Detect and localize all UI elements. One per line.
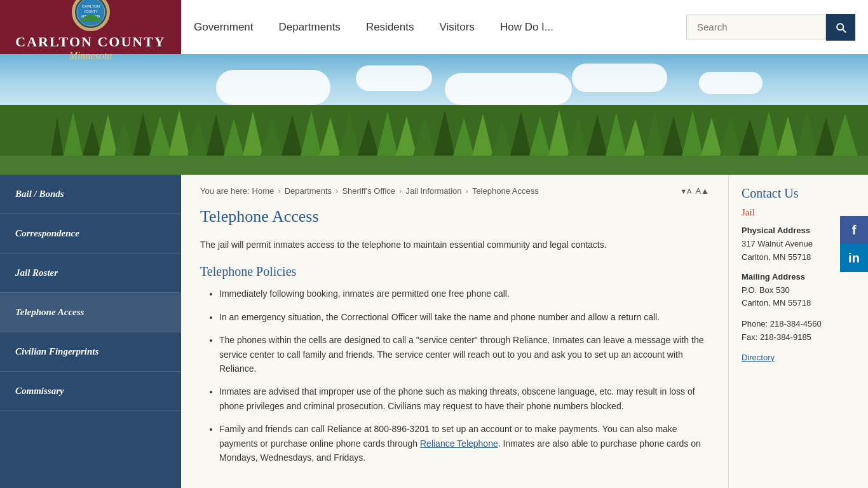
list-item: The phones within the cells are designed… bbox=[219, 333, 709, 376]
contact-fax: Fax: 218-384-9185 bbox=[742, 331, 855, 344]
header: CARLTON COUNTY MINNESOTA Carlton County … bbox=[0, 0, 868, 54]
hero-trees bbox=[0, 105, 868, 156]
sidebar: Bail / Bonds Correspondence Jail Roster … bbox=[0, 175, 181, 488]
facebook-button[interactable]: f bbox=[840, 216, 868, 244]
breadcrumb-home[interactable]: Home bbox=[252, 186, 275, 196]
list-item: Inmates are advised that improper use of… bbox=[219, 384, 709, 413]
intro-text: The jail will permit inmates access to t… bbox=[200, 238, 709, 252]
breadcrumb-sep-2: › bbox=[336, 186, 338, 196]
breadcrumb-font-decrease[interactable]: ▼A bbox=[680, 187, 691, 195]
directory-link[interactable]: Directory bbox=[742, 353, 775, 362]
breadcrumb-prefix: You are here: bbox=[200, 186, 250, 196]
logo-area: CARLTON COUNTY MINNESOTA Carlton County … bbox=[0, 0, 181, 54]
breadcrumb-sheriff[interactable]: Sheriff's Office bbox=[342, 186, 395, 196]
breadcrumb-sep-4: › bbox=[466, 186, 468, 196]
contact-phone: Phone: 218-384-4560 bbox=[742, 318, 855, 331]
main-nav: Government Departments Residents Visitor… bbox=[181, 0, 868, 54]
sidebar-item-jail-roster[interactable]: Jail Roster bbox=[0, 254, 181, 293]
contact-title: Contact Us bbox=[742, 186, 855, 201]
list-item: Family and friends can call Reliance at … bbox=[219, 422, 709, 464]
main-content: You are here: Home › Departments › Sheri… bbox=[181, 175, 728, 488]
breadcrumb-trail: You are here: Home › Departments › Sheri… bbox=[200, 186, 539, 196]
physical-address-line1: 317 Walnut Avenue bbox=[742, 238, 855, 251]
breadcrumb-controls: ▼A A▲ bbox=[680, 186, 709, 196]
social-icons: f in bbox=[840, 216, 868, 272]
hero-image bbox=[0, 54, 868, 175]
nav-departments[interactable]: Departments bbox=[279, 21, 341, 34]
mailing-address-line2: Carlton, MN 55718 bbox=[742, 297, 855, 310]
nav-how-do-i[interactable]: How Do I... bbox=[500, 21, 553, 34]
sidebar-item-commissary[interactable]: Commissary bbox=[0, 372, 181, 411]
breadcrumb-sep-3: › bbox=[399, 186, 402, 196]
section-title: Telephone Policies bbox=[200, 264, 709, 279]
breadcrumb-sep-1: › bbox=[278, 186, 280, 196]
linkedin-button[interactable]: in bbox=[840, 244, 868, 272]
nav-items: Government Departments Residents Visitor… bbox=[194, 21, 686, 34]
search-button[interactable] bbox=[826, 14, 855, 41]
sidebar-item-civilian-fingerprints[interactable]: Civilian Fingerprints bbox=[0, 332, 181, 372]
mailing-address-line1: P.O. Box 530 bbox=[742, 284, 855, 297]
list-item: In an emergency situation, the Correctio… bbox=[219, 310, 709, 324]
sidebar-item-telephone-access[interactable]: Telephone Access bbox=[0, 293, 181, 332]
hero-ground bbox=[0, 156, 868, 175]
list-item: Immediately following booking, inmates a… bbox=[219, 287, 709, 301]
logo: CARLTON COUNTY MINNESOTA Carlton County … bbox=[15, 0, 165, 62]
breadcrumb-departments[interactable]: Departments bbox=[285, 186, 332, 196]
svg-text:COUNTY: COUNTY bbox=[84, 10, 98, 13]
sidebar-item-correspondence[interactable]: Correspondence bbox=[0, 214, 181, 254]
reliance-telephone-link[interactable]: Reliance Telephone bbox=[420, 438, 498, 449]
nav-government[interactable]: Government bbox=[194, 21, 254, 34]
nav-residents[interactable]: Residents bbox=[366, 21, 414, 34]
physical-address-label: Physical Address bbox=[742, 226, 855, 235]
nav-visitors[interactable]: Visitors bbox=[439, 21, 474, 34]
physical-address-line2: Carlton, MN 55718 bbox=[742, 251, 855, 264]
svg-text:CARLTON: CARLTON bbox=[81, 4, 99, 8]
county-name: Carlton County bbox=[15, 34, 165, 50]
logo-seal: CARLTON COUNTY MINNESOTA bbox=[72, 0, 110, 31]
search-area bbox=[686, 14, 855, 41]
sidebar-item-bail-bonds[interactable]: Bail / Bonds bbox=[0, 175, 181, 214]
breadcrumb: You are here: Home › Departments › Sheri… bbox=[200, 186, 709, 196]
search-input[interactable] bbox=[686, 15, 826, 39]
breadcrumb-telephone-access[interactable]: Telephone Access bbox=[472, 186, 539, 196]
breadcrumb-font-increase[interactable]: A▲ bbox=[695, 186, 709, 196]
contact-subtitle: Jail bbox=[742, 207, 855, 218]
content-area: You are here: Home › Departments › Sheri… bbox=[181, 175, 868, 488]
county-sub: Minnesota bbox=[69, 50, 112, 62]
breadcrumb-jail-info[interactable]: Jail Information bbox=[405, 186, 461, 196]
mailing-address-label: Mailing Address bbox=[742, 272, 855, 281]
main-layout: Bail / Bonds Correspondence Jail Roster … bbox=[0, 175, 868, 488]
page-title: Telephone Access bbox=[200, 207, 709, 226]
bullet-list: Immediately following booking, inmates a… bbox=[200, 287, 709, 464]
